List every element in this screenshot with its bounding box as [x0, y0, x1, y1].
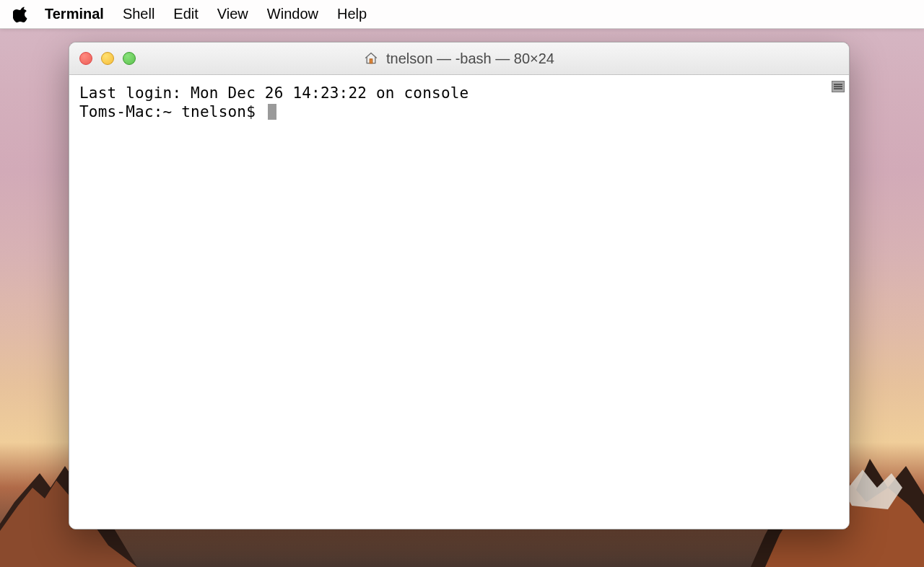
menu-help[interactable]: Help [337, 6, 367, 22]
window-titlebar[interactable]: tnelson — -bash — 80×24 [69, 43, 849, 75]
menu-view[interactable]: View [217, 6, 248, 22]
terminal-last-login: Last login: Mon Dec 26 14:23:22 on conso… [79, 84, 839, 102]
close-button[interactable] [79, 52, 92, 65]
minimize-button[interactable] [101, 52, 114, 65]
menubar: Terminal Shell Edit View Window Help [0, 0, 924, 29]
menu-shell[interactable]: Shell [123, 6, 154, 22]
menu-app-name[interactable]: Terminal [45, 6, 104, 22]
window-title: tnelson — -bash — 80×24 [364, 50, 554, 67]
zoom-button[interactable] [123, 52, 136, 65]
svg-rect-0 [370, 59, 372, 63]
menu-edit[interactable]: Edit [173, 6, 198, 22]
terminal-window: tnelson — -bash — 80×24 Last login: Mon … [69, 42, 850, 529]
terminal-prompt: Toms-Mac:~ tnelson$ [79, 102, 265, 121]
scroll-indicator-icon[interactable] [832, 81, 845, 92]
home-icon [364, 51, 378, 66]
terminal-cursor [268, 104, 276, 120]
menu-window[interactable]: Window [267, 6, 318, 22]
terminal-body[interactable]: Last login: Mon Dec 26 14:23:22 on conso… [69, 75, 849, 529]
window-controls [79, 52, 136, 65]
window-title-text: tnelson — -bash — 80×24 [386, 50, 554, 67]
apple-logo-icon[interactable] [13, 6, 29, 23]
